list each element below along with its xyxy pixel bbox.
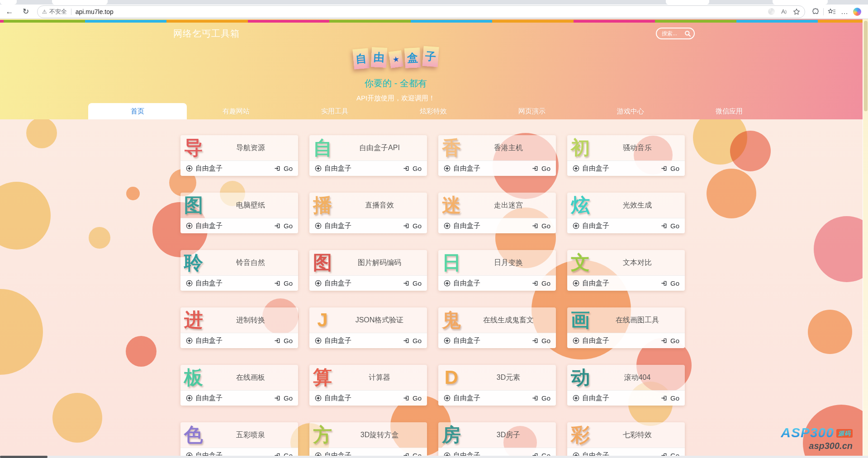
card-go-link[interactable]: Go — [532, 337, 550, 345]
card-brand-link[interactable]: 自由盒子 — [444, 222, 480, 230]
tool-card-body[interactable]: 香 香港主机 — [438, 135, 556, 161]
card-brand-link[interactable]: 自由盒子 — [186, 394, 223, 402]
search-icon[interactable] — [684, 30, 691, 37]
card-brand-link[interactable]: 自由盒子 — [315, 394, 351, 402]
tool-card-body[interactable]: 播 直播音效 — [309, 193, 427, 218]
horizontal-scrollbar-thumb[interactable] — [0, 456, 47, 458]
tool-card-body[interactable]: 自 自由盒子API — [309, 135, 427, 161]
card-brand-link[interactable]: 自由盒子 — [573, 451, 609, 456]
card-go-link[interactable]: Go — [274, 222, 293, 230]
tool-card-body[interactable]: 鬼 在线生成鬼畜文 — [438, 307, 556, 333]
card-brand-link[interactable]: 自由盒子 — [444, 164, 480, 173]
tool-card-16[interactable]: 画 在线画图工具 自由盒子 Go — [567, 307, 685, 348]
tool-card-body[interactable]: 色 五彩喷泉 — [180, 422, 298, 448]
tool-card-6[interactable]: 播 直播音效 自由盒子 Go — [309, 193, 427, 233]
nav-tab-6[interactable]: 游戏中心 — [581, 103, 680, 119]
card-brand-link[interactable]: 自由盒子 — [186, 279, 223, 288]
card-brand-link[interactable]: 自由盒子 — [573, 336, 609, 345]
card-brand-link[interactable]: 自由盒子 — [315, 222, 351, 230]
address-bar[interactable]: ⚠ 不安全 api.mu7le.top A) — [37, 5, 805, 18]
tool-card-body[interactable]: 画 在线画图工具 — [567, 307, 685, 333]
card-go-link[interactable]: Go — [532, 165, 550, 172]
search-box[interactable] — [656, 28, 695, 39]
card-brand-link[interactable]: 自由盒子 — [186, 222, 223, 230]
tool-card-body[interactable]: 导 导航资源 — [180, 135, 298, 161]
card-brand-link[interactable]: 自由盒子 — [186, 336, 223, 345]
tool-card-24[interactable]: 彩 七彩特效 自由盒子 Go — [567, 422, 685, 456]
tool-card-body[interactable]: 图 电脑壁纸 — [180, 193, 298, 218]
tool-card-body[interactable]: 图 图片解码编码 — [309, 250, 427, 275]
card-go-link[interactable]: Go — [403, 337, 422, 345]
card-go-link[interactable]: Go — [274, 337, 293, 345]
horizontal-scrollbar[interactable] — [0, 456, 868, 458]
card-go-link[interactable]: Go — [661, 394, 679, 402]
enhance-icon[interactable] — [768, 8, 775, 15]
tool-card-body[interactable]: 日 日月变换 — [438, 250, 556, 275]
tool-card-18[interactable]: 算 计算器 自由盒子 Go — [309, 365, 427, 406]
nav-tab-4[interactable]: 炫彩特效 — [384, 103, 483, 119]
card-brand-link[interactable]: 自由盒子 — [315, 451, 351, 456]
browser-tab-partial[interactable] — [0, 0, 17, 5]
card-go-link[interactable]: Go — [661, 165, 679, 172]
tool-card-1[interactable]: 导 导航资源 自由盒子 Go — [180, 135, 298, 176]
nav-tab-1[interactable]: 首页 — [88, 103, 187, 119]
tool-card-body[interactable]: 炫 光效生成 — [567, 193, 685, 218]
card-brand-link[interactable]: 自由盒子 — [315, 336, 351, 345]
tool-card-body[interactable]: D 3D元素 — [438, 365, 556, 390]
read-aloud-icon[interactable]: A) — [781, 8, 787, 15]
card-brand-link[interactable]: 自由盒子 — [444, 451, 480, 456]
card-brand-link[interactable]: 自由盒子 — [186, 164, 223, 173]
card-brand-link[interactable]: 自由盒子 — [444, 394, 480, 402]
more-menu-icon[interactable]: … — [838, 6, 851, 18]
nav-tab-5[interactable]: 网页演示 — [483, 103, 581, 119]
tool-card-body[interactable]: 进 进制转换 — [180, 307, 298, 333]
tool-card-15[interactable]: 鬼 在线生成鬼畜文 自由盒子 Go — [438, 307, 556, 348]
card-brand-link[interactable]: 自由盒子 — [444, 279, 480, 288]
tool-card-body[interactable]: 初 骚动音乐 — [567, 135, 685, 161]
browser-tab-partial[interactable] — [52, 0, 108, 5]
tool-card-2[interactable]: 自 自由盒子API 自由盒子 Go — [309, 135, 427, 176]
card-go-link[interactable]: Go — [274, 165, 293, 172]
favorite-star-icon[interactable] — [793, 8, 800, 15]
card-go-link[interactable]: Go — [403, 279, 422, 287]
nav-tab-2[interactable]: 有趣网站 — [187, 103, 285, 119]
nav-tab-3[interactable]: 实用工具 — [285, 103, 384, 119]
card-go-link[interactable]: Go — [532, 394, 550, 402]
tool-card-body[interactable]: 算 计算器 — [309, 365, 427, 390]
tool-card-body[interactable]: 彩 七彩特效 — [567, 422, 685, 448]
card-brand-link[interactable]: 自由盒子 — [186, 451, 223, 456]
tool-card-body[interactable]: 迷 走出迷宫 — [438, 193, 556, 218]
card-go-link[interactable]: Go — [661, 452, 679, 456]
card-go-link[interactable]: Go — [532, 279, 550, 287]
tool-card-13[interactable]: 进 进制转换 自由盒子 Go — [180, 307, 298, 348]
tool-card-11[interactable]: 日 日月变换 自由盒子 Go — [438, 250, 556, 291]
tool-card-4[interactable]: 初 骚动音乐 自由盒子 Go — [567, 135, 685, 176]
card-go-link[interactable]: Go — [661, 337, 679, 345]
tool-card-body[interactable]: J JSON格式验证 — [309, 307, 427, 333]
card-go-link[interactable]: Go — [403, 394, 422, 402]
extensions-icon[interactable] — [809, 6, 821, 18]
tool-card-8[interactable]: 炫 光效生成 自由盒子 Go — [567, 193, 685, 233]
tool-card-3[interactable]: 香 香港主机 自由盒子 Go — [438, 135, 556, 176]
card-go-link[interactable]: Go — [274, 279, 293, 287]
copilot-icon[interactable] — [851, 6, 863, 18]
tool-card-7[interactable]: 迷 走出迷宫 自由盒子 Go — [438, 193, 556, 233]
card-brand-link[interactable]: 自由盒子 — [444, 336, 480, 345]
refresh-button[interactable]: ↻ — [19, 6, 33, 18]
tool-card-23[interactable]: 房 3D房子 自由盒子 Go — [438, 422, 556, 456]
card-go-link[interactable]: Go — [532, 222, 550, 230]
tool-card-body[interactable]: 方 3D旋转方盒 — [309, 422, 427, 448]
tool-card-body[interactable]: 文 文本对比 — [567, 250, 685, 275]
card-brand-link[interactable]: 自由盒子 — [573, 164, 609, 173]
tool-card-body[interactable]: 板 在线画板 — [180, 365, 298, 390]
tool-card-body[interactable]: 聆 铃音自然 — [180, 250, 298, 275]
tool-card-17[interactable]: 板 在线画板 自由盒子 Go — [180, 365, 298, 406]
vertical-scrollbar-thumb[interactable] — [864, 21, 868, 111]
card-go-link[interactable]: Go — [661, 222, 679, 230]
tool-card-22[interactable]: 方 3D旋转方盒 自由盒子 Go — [309, 422, 427, 456]
search-input[interactable] — [661, 30, 684, 37]
card-go-link[interactable]: Go — [532, 452, 550, 456]
tool-card-5[interactable]: 图 电脑壁纸 自由盒子 Go — [180, 193, 298, 233]
back-button[interactable]: ← — [3, 6, 16, 18]
card-brand-link[interactable]: 自由盒子 — [573, 394, 609, 402]
